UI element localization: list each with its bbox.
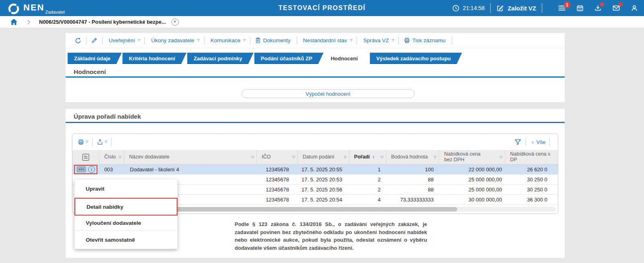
tab-podani-ucastniku-zp[interactable]: Podání účastníků ZP bbox=[254, 53, 324, 64]
column-header-cislo[interactable]: Číslo bbox=[99, 150, 124, 164]
breadcrumb: N006/25/V00004747 - Posílení kybernetick… bbox=[0, 16, 644, 28]
main-menu-button[interactable]: 1 bbox=[557, 4, 566, 12]
grid-print-button[interactable] bbox=[77, 139, 88, 146]
sort-ascending-icon bbox=[370, 154, 375, 160]
cell-nazev: Dodavatel - školení 4 bbox=[124, 164, 257, 174]
sort-icon bbox=[344, 155, 347, 159]
column-settings-button[interactable] bbox=[72, 150, 99, 164]
filter-all-dropdown[interactable]: Vše bbox=[530, 139, 545, 145]
sort-icon bbox=[381, 155, 384, 159]
menu-item-detail-nabidky[interactable]: Detail nabídky bbox=[74, 198, 178, 216]
cell-bodova-hodnota: 100 bbox=[386, 164, 440, 174]
cell-datum: 17. 5. 2025 20:55 bbox=[298, 164, 349, 174]
cell-cena-s-dph: 36 300 0 bbox=[505, 195, 558, 204]
row-actions-menu-button[interactable] bbox=[76, 166, 86, 173]
evaluation-section-title: Hodnocení bbox=[74, 68, 106, 76]
document-icon bbox=[255, 37, 261, 44]
menu-item-vylouceni-dodavatele[interactable]: Vyloučení dodavatele bbox=[74, 216, 178, 230]
grid-export-button[interactable] bbox=[97, 139, 107, 146]
clock-icon bbox=[452, 4, 460, 12]
grid-header-row: Číslo Název dodavatele IČO Datum podání … bbox=[72, 150, 558, 164]
sort-icon bbox=[292, 155, 295, 159]
calculate-evaluation-button[interactable]: Výpočet hodnocení bbox=[242, 89, 415, 98]
tab-vysledek-zadavaciho-postupu[interactable]: Výsledek zadávacího postupu bbox=[370, 53, 462, 64]
breadcrumb-title[interactable]: N006/25/V00004747 - Posílení kybernetick… bbox=[39, 19, 166, 25]
toolbar-menu-uverejneni[interactable]: Uveřejnění bbox=[107, 37, 140, 43]
toolbar-menu-ukony-zadavatele[interactable]: Úkony zadavatele bbox=[149, 37, 199, 43]
divider bbox=[452, 37, 452, 44]
section-rule bbox=[66, 76, 565, 78]
bid-order-title: Úprava pořadí nabídek bbox=[74, 113, 141, 120]
home-icon[interactable] bbox=[10, 18, 18, 25]
toolbar-menu-nestandardni-stav[interactable]: Nestandardní stav bbox=[301, 37, 353, 43]
cell-cena-bez-dph: 22 000 000,00 bbox=[439, 164, 505, 174]
cell-poradi: 1 bbox=[349, 164, 386, 174]
sort-icon bbox=[434, 155, 437, 159]
downloads-notification-dot bbox=[600, 2, 604, 6]
record-toolbar: Uveřejnění Úkony zadavatele Komunikace D… bbox=[66, 33, 565, 48]
cell-cislo: 003 bbox=[99, 164, 124, 174]
current-time: 21:14:58 bbox=[463, 5, 485, 11]
profile-button[interactable] bbox=[630, 4, 638, 12]
menu-badge: 1 bbox=[564, 2, 570, 8]
printer-icon bbox=[403, 37, 411, 44]
tab-kriteria-hodnoceni[interactable]: Kritéria hodnocení bbox=[122, 53, 186, 64]
print-record-button[interactable]: Tisk záznamu bbox=[403, 37, 447, 44]
divider bbox=[92, 138, 93, 146]
cell-cena-s-dph: 30 250 0 bbox=[505, 175, 558, 184]
tab-hodnoceni[interactable]: Hodnocení bbox=[324, 53, 369, 64]
cell-bodova-hodnota: 73,333333333 bbox=[386, 195, 440, 204]
cell-bodova-hodnota: 88 bbox=[386, 185, 440, 194]
messages-notification-dot bbox=[619, 2, 623, 6]
column-header-poradi[interactable]: Pořadí bbox=[349, 150, 386, 164]
cell-cena-bez-dph: 30 000 000,00 bbox=[439, 195, 505, 204]
column-header-ico[interactable]: IČO bbox=[257, 150, 298, 164]
cell-poradi: 4 bbox=[349, 195, 386, 204]
history-back-button[interactable] bbox=[74, 37, 82, 44]
edit-button[interactable] bbox=[91, 37, 98, 44]
divider bbox=[144, 37, 145, 44]
toolbar-dokumenty-button[interactable]: Dokumenty bbox=[255, 37, 292, 44]
divider bbox=[357, 37, 357, 44]
divider bbox=[111, 138, 111, 146]
divider bbox=[86, 37, 87, 44]
cell-datum: 17. 5. 2025 20:54 bbox=[298, 195, 349, 204]
column-header-cena-bez-dph[interactable]: Nabídková cena bez DPH bbox=[439, 150, 505, 164]
tab-zakladni-udaje[interactable]: Základní údaje bbox=[68, 53, 122, 64]
divider bbox=[542, 3, 542, 13]
sort-icon bbox=[119, 155, 122, 159]
filter-icon[interactable] bbox=[514, 138, 522, 146]
sort-icon bbox=[251, 155, 254, 159]
column-header-nazev-dodavatele[interactable]: Název dodavatele bbox=[124, 150, 257, 164]
legal-note: Podle § 123 zákona č. 134/2016 Sb., o za… bbox=[235, 220, 427, 252]
tab-zadavaci-podminky[interactable]: Zadávací podmínky bbox=[187, 53, 254, 64]
info-icon[interactable]: i bbox=[88, 166, 95, 173]
cell-cena-bez-dph: 25 000 000,00 bbox=[439, 175, 505, 184]
divider bbox=[549, 138, 550, 146]
column-header-datum-podani[interactable]: Datum podání bbox=[298, 150, 349, 164]
row-actions-annotation: i bbox=[74, 165, 97, 174]
cell-ico: 12345678 bbox=[257, 185, 298, 194]
toolbar-menu-komunikace[interactable]: Komunikace bbox=[209, 37, 246, 43]
divider bbox=[490, 3, 491, 13]
table-row[interactable]: i 003 Dodavatel - školení 4 12345678 17.… bbox=[72, 164, 558, 175]
menu-item-otevrit-samostatne[interactable]: Otevřít samostatně bbox=[74, 231, 178, 249]
row-context-menu: Upravit Detail nabídky Vyloučení dodavat… bbox=[74, 179, 178, 249]
messages-button[interactable] bbox=[612, 4, 621, 12]
close-record-icon[interactable] bbox=[171, 18, 179, 26]
section-rule bbox=[66, 122, 565, 123]
menu-item-upravit[interactable]: Upravit bbox=[74, 180, 178, 197]
record-tabs: Základní údaje Kritéria hodnocení Zadáva… bbox=[68, 53, 463, 64]
toolbar-menu-sprava-vz[interactable]: Správa VZ bbox=[361, 37, 394, 43]
calendar-button[interactable] bbox=[576, 4, 584, 12]
cell-bodova-hodnota: 88 bbox=[386, 175, 440, 184]
downloads-button[interactable] bbox=[594, 4, 602, 12]
create-vz-button[interactable]: Založit VZ bbox=[496, 4, 536, 12]
cell-datum: 17. 5. 2025 20:53 bbox=[298, 175, 349, 184]
divider bbox=[204, 37, 204, 44]
cell-cena-s-dph: 26 620 0 bbox=[505, 164, 558, 174]
column-header-cena-s-dph[interactable]: Nabídková cena s DP bbox=[505, 150, 558, 164]
dropdown-icon bbox=[530, 139, 534, 145]
divider bbox=[102, 37, 103, 44]
column-header-bodova-hodnota[interactable]: Bodová hodnota bbox=[386, 150, 440, 164]
